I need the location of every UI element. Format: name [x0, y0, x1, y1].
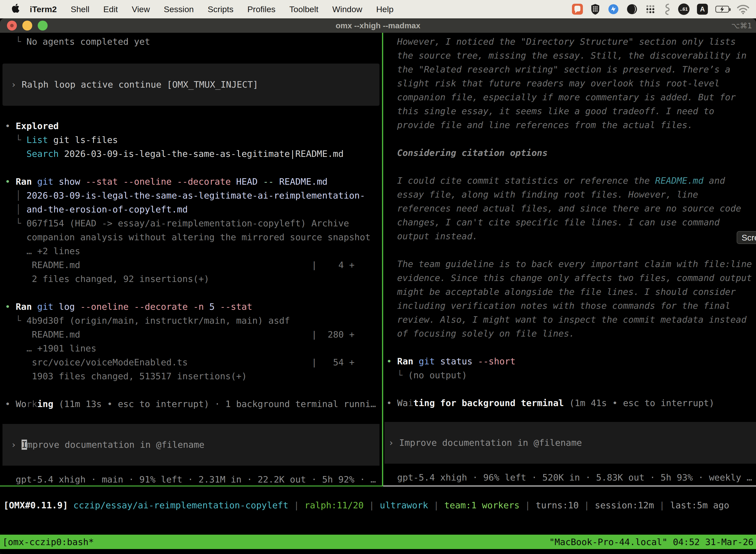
- command-line-git-log: • Ran git log --oneline --decorate -n 5 …: [0, 300, 382, 314]
- explored-search-line: Search 2026-03-09-is-legal-the-same-as-l…: [0, 147, 382, 161]
- battery-charging-icon[interactable]: [715, 6, 729, 13]
- menu-item-window[interactable]: Window: [325, 4, 369, 14]
- window-title: omx --xhigh --madmax: [335, 21, 420, 30]
- thinking-line: of focusing solely on file lines.: [384, 327, 756, 340]
- blue-zigzag-badge-icon[interactable]: [608, 3, 619, 15]
- thinking-line: evidence. Since this change only affects…: [384, 271, 756, 285]
- thinking-line: slight risk that future readers may over…: [384, 76, 756, 90]
- apple-menu[interactable]: [11, 3, 19, 15]
- thinking-line: the "Related research writing" section i…: [384, 63, 756, 76]
- chat-app-icon[interactable]: [572, 4, 583, 15]
- tmux-host-clock-label: "MacBook-Pro-44.local" 04:52 31-Mar-26: [549, 537, 754, 547]
- menu-item-session[interactable]: Session: [157, 4, 201, 14]
- diffstat-line: src/voice/voiceModeEnabled.ts| 54 +: [0, 355, 382, 369]
- prompt-input-left[interactable]: › Improve documentation in @filename: [2, 424, 379, 466]
- working-status-line: • Working (11m 13s • esc to interrupt) ·…: [0, 397, 382, 411]
- crescent-circle-icon[interactable]: [627, 4, 637, 15]
- thinking-line: might be acceptable alongside the file l…: [384, 285, 756, 299]
- menu-item-shell[interactable]: Shell: [64, 4, 97, 14]
- prompt-input-right[interactable]: › Improve documentation in @filename: [384, 422, 756, 464]
- menu-items: iTerm2 Shell Edit View Session Scripts P…: [23, 4, 400, 14]
- command-output-line: 1903 files changed, 513517 insertions(+): [0, 369, 382, 383]
- pane-right: However, I noticed the "Directory Struct…: [384, 33, 756, 490]
- thinking-line: I could cite commit statistics or refere…: [384, 174, 756, 188]
- command-arg-line: │ and-the-erosion-of-copyleft.md: [0, 203, 382, 216]
- command-line-git-show: • Ran git show --stat --oneline --decora…: [0, 175, 382, 189]
- ralph-loop-banner: › Ralph loop active continue [OMX_TMUX_I…: [2, 63, 379, 106]
- thinking-line: review. Also, I might want to inspect th…: [384, 313, 756, 327]
- team-badge: team:1 workers: [444, 500, 519, 510]
- explored-header: • Explored: [0, 119, 382, 133]
- ralph-counter: ralph:11/20: [305, 500, 364, 510]
- menu-item-toolbelt[interactable]: Toolbelt: [282, 4, 325, 14]
- menu-item-scripts[interactable]: Scripts: [201, 4, 240, 14]
- command-output-line: └ (no output): [384, 368, 756, 382]
- model-status-line-left: gpt-5.4 xhigh · main · 91% left · 2.31M …: [0, 473, 382, 487]
- command-output-line: 2 files changed, 92 insertions(+): [0, 272, 382, 286]
- dots-grid-icon[interactable]: [645, 4, 656, 15]
- command-line-git-status: • Ran git status --short: [384, 354, 756, 368]
- thinking-line: references need actual files, and since …: [384, 202, 756, 215]
- tmux-session-label: [omx-cczip0:bash*: [2, 537, 94, 547]
- pane-divider[interactable]: [382, 33, 383, 486]
- thinking-line: provide file and line references from th…: [384, 118, 756, 132]
- explored-list-line: └ List git ls-files: [0, 133, 382, 147]
- thinking-line: changes, I can't cite specific file line…: [384, 215, 756, 229]
- squiggle-icon[interactable]: [663, 3, 671, 15]
- menubar-status-icons: ..61 A: [572, 3, 756, 15]
- thinking-line: essay file, along with finding root file…: [384, 188, 756, 202]
- thinking-line: the source tree, missing the essay. Stil…: [384, 49, 756, 63]
- readme-link[interactable]: README.md: [655, 175, 703, 186]
- zoom-button[interactable]: [38, 20, 48, 31]
- thinking-line: output instead.: [384, 229, 756, 243]
- thinking-heading: Considering citation options: [384, 146, 756, 160]
- thinking-line: companion file, especially if more comme…: [384, 90, 756, 104]
- menubar: iTerm2 Shell Edit View Session Scripts P…: [0, 0, 756, 18]
- menu-item-help[interactable]: Help: [369, 4, 400, 14]
- command-output-line: └ 4b9d30f (origin/main, instructkr/main,…: [0, 314, 382, 328]
- gauge-badge-icon[interactable]: ..61: [678, 3, 690, 15]
- command-output-line: companion analysis without altering the …: [0, 230, 382, 244]
- window-titlebar[interactable]: omx --xhigh --madmax ⌥⌘1: [0, 18, 756, 33]
- command-output-line: └ 067f154 (HEAD -> essay/ai-reimplementa…: [0, 216, 382, 230]
- window-shortcut-hint: ⌥⌘1: [731, 21, 752, 30]
- model-status-line-right: gpt-5.4 xhigh · 96% left · 520K in · 5.8…: [384, 470, 756, 485]
- diffstat-line: README.md| 4 +: [0, 258, 382, 272]
- iterm2-window: omx --xhigh --madmax ⌥⌘1 └ No agents com…: [0, 18, 756, 554]
- traffic-lights: [7, 20, 48, 31]
- omx-status-bar: [OMX#0.11.9] cczip/essay/ai-reimplementa…: [0, 498, 756, 512]
- wifi-icon[interactable]: [737, 4, 750, 14]
- tmux-status-bar: [omx-cczip0:bash* "MacBook-Pro-44.local"…: [0, 535, 756, 549]
- agents-status-line: └ No agents completed yet: [0, 35, 382, 49]
- apple-logo-icon: [11, 3, 19, 15]
- diffstat-line: README.md| 280 +: [0, 328, 382, 341]
- close-button[interactable]: [7, 20, 17, 31]
- thinking-line: The team guideline is to back every impo…: [384, 257, 756, 271]
- screen-overlay-button[interactable]: Scre: [737, 231, 756, 244]
- thinking-line: However, I noticed the "Directory Struct…: [384, 35, 756, 49]
- pane-left: └ No agents completed yet › Ralph loop a…: [0, 33, 382, 490]
- command-output-line: … +2 lines: [0, 244, 382, 258]
- waiting-status-line: • Waiting for background terminal (1m 41…: [384, 396, 756, 410]
- thinking-line: including verification notes with those …: [384, 299, 756, 313]
- input-source-icon[interactable]: A: [697, 4, 708, 15]
- menu-item-profiles[interactable]: Profiles: [240, 4, 282, 14]
- command-arg-line: │ 2026-03-09-is-legal-the-same-as-legiti…: [0, 189, 382, 203]
- text-cursor: I: [21, 440, 27, 450]
- thinking-line: this single essay, it seems like a good …: [384, 104, 756, 118]
- menu-item-view[interactable]: View: [125, 4, 157, 14]
- menu-item-edit[interactable]: Edit: [97, 4, 125, 14]
- minimize-button[interactable]: [22, 20, 32, 31]
- shield-grid-icon[interactable]: [590, 3, 600, 15]
- mode-badge: ultrawork: [380, 500, 428, 510]
- command-output-line: … +1901 lines: [0, 341, 382, 355]
- pane-border-bottom-left: [0, 486, 383, 487]
- pane-border-bottom-right: [383, 486, 756, 487]
- menu-item-iterm2[interactable]: iTerm2: [23, 4, 64, 14]
